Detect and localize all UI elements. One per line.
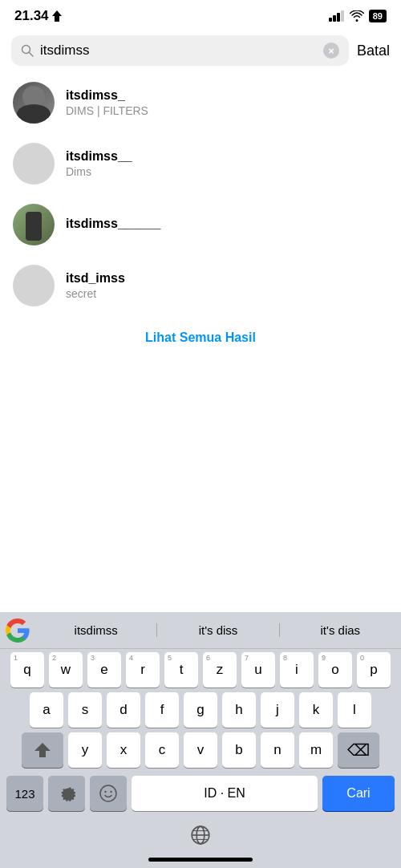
result-username: itsdimss__ <box>66 149 132 164</box>
list-item[interactable]: itsdimss_ DIMS | FILTERS <box>0 72 401 133</box>
avatar <box>13 265 55 306</box>
see-all-section: Lihat Semua Hasil <box>0 316 401 353</box>
result-info: itsdimss__ Dims <box>66 149 132 178</box>
time-display: 21.34 <box>14 8 49 24</box>
result-info: itsdimss______ <box>66 217 160 233</box>
search-key[interactable]: Cari <box>322 776 395 811</box>
list-item[interactable]: itsdimss__ Dims <box>0 133 401 194</box>
key-d[interactable]: d <box>107 692 140 728</box>
autocomplete-suggestion-3[interactable]: it's dias <box>280 623 401 637</box>
results-list: itsdimss_ DIMS | FILTERS itsdimss__ Dims… <box>0 72 401 316</box>
svg-rect-0 <box>329 18 332 22</box>
key-z[interactable]: 6z <box>203 652 237 688</box>
search-input-wrap[interactable]: × <box>11 35 349 66</box>
key-row-2: a s d f g h j k l <box>3 692 398 728</box>
search-icon <box>21 44 34 57</box>
space-key[interactable]: ID · EN <box>132 776 318 811</box>
key-row-3: y x c v b n m ⌫ <box>3 732 398 768</box>
wifi-icon <box>350 10 364 22</box>
key-m[interactable]: m <box>299 732 333 768</box>
result-subtitle: DIMS | FILTERS <box>66 104 148 117</box>
see-all-button[interactable]: Lihat Semua Hasil <box>145 331 256 345</box>
svg-line-5 <box>30 53 34 57</box>
key-w[interactable]: 2w <box>49 652 83 688</box>
svg-point-6 <box>100 785 116 801</box>
search-bar: × Batal <box>0 29 401 72</box>
status-icons: 89 <box>329 10 387 22</box>
emoji-key[interactable] <box>90 776 127 811</box>
key-i[interactable]: 8i <box>280 652 314 688</box>
result-subtitle: secret <box>66 287 125 300</box>
home-indicator <box>148 858 253 862</box>
key-t[interactable]: 5t <box>164 652 198 688</box>
result-subtitle: Dims <box>66 165 132 178</box>
battery-indicator: 89 <box>369 10 387 22</box>
globe-row <box>0 817 401 858</box>
key-c[interactable]: c <box>145 732 179 768</box>
status-time: 21.34 <box>14 8 62 24</box>
result-username: itsdimss______ <box>66 217 160 231</box>
search-input[interactable] <box>40 43 317 59</box>
cancel-button[interactable]: Batal <box>357 43 390 59</box>
svg-point-8 <box>110 791 111 793</box>
avatar <box>13 143 55 185</box>
key-row-1: 1q 2w 3e 4r 5t 6z 7u 8i <box>3 652 398 688</box>
key-y[interactable]: y <box>68 732 102 768</box>
globe-key[interactable] <box>186 821 215 850</box>
key-e[interactable]: 3e <box>87 652 121 688</box>
list-item[interactable]: itsdimss______ <box>0 194 401 255</box>
result-username: itsdimss_ <box>66 88 148 103</box>
smiley-icon <box>99 784 118 803</box>
clear-button[interactable]: × <box>323 43 339 59</box>
google-logo <box>0 613 35 648</box>
key-f[interactable]: f <box>145 692 179 728</box>
settings-key[interactable] <box>48 776 85 811</box>
status-bar: 21.34 89 <box>0 0 401 29</box>
shift-icon <box>34 742 51 758</box>
key-a[interactable]: a <box>30 692 63 728</box>
globe-icon <box>190 825 211 846</box>
result-username: itsd_imss <box>66 271 125 286</box>
key-l[interactable]: l <box>338 692 371 728</box>
svg-rect-3 <box>341 10 344 22</box>
key-p[interactable]: 0p <box>357 652 391 688</box>
location-icon <box>52 10 62 22</box>
google-g-icon <box>6 619 30 643</box>
key-h[interactable]: h <box>222 692 256 728</box>
avatar <box>13 204 55 245</box>
svg-rect-2 <box>337 13 340 22</box>
autocomplete-bar: itsdimss it's diss it's dias <box>0 612 401 649</box>
svg-point-7 <box>104 791 106 793</box>
keyboard-rows: 1q 2w 3e 4r 5t 6z 7u 8i <box>0 649 401 817</box>
delete-key[interactable]: ⌫ <box>338 732 379 768</box>
key-n[interactable]: n <box>261 732 294 768</box>
shift-key[interactable] <box>22 732 63 768</box>
key-g[interactable]: g <box>184 692 217 728</box>
result-info: itsdimss_ DIMS | FILTERS <box>66 88 148 117</box>
svg-rect-1 <box>333 15 336 22</box>
avatar <box>13 82 55 124</box>
key-b[interactable]: b <box>222 732 256 768</box>
signal-icon <box>329 10 345 22</box>
list-item[interactable]: itsd_imss secret <box>0 255 401 316</box>
keyboard-bottom-row: 123 ID · EN Cari <box>3 773 398 816</box>
result-info: itsd_imss secret <box>66 271 125 300</box>
key-u[interactable]: 7u <box>241 652 275 688</box>
numbers-key[interactable]: 123 <box>6 776 43 811</box>
key-k[interactable]: k <box>299 692 333 728</box>
key-o[interactable]: 9o <box>318 652 352 688</box>
autocomplete-suggestion-2[interactable]: it's diss <box>157 623 279 637</box>
gear-icon <box>58 785 75 802</box>
key-s[interactable]: s <box>68 692 102 728</box>
key-q[interactable]: 1q <box>10 652 44 688</box>
key-x[interactable]: x <box>107 732 140 768</box>
key-v[interactable]: v <box>184 732 217 768</box>
keyboard: itsdimss it's diss it's dias 1q 2w 3e 4r… <box>0 612 401 868</box>
key-r[interactable]: 4r <box>126 652 160 688</box>
autocomplete-suggestion-1[interactable]: itsdimss <box>35 623 157 637</box>
key-j[interactable]: j <box>261 692 294 728</box>
